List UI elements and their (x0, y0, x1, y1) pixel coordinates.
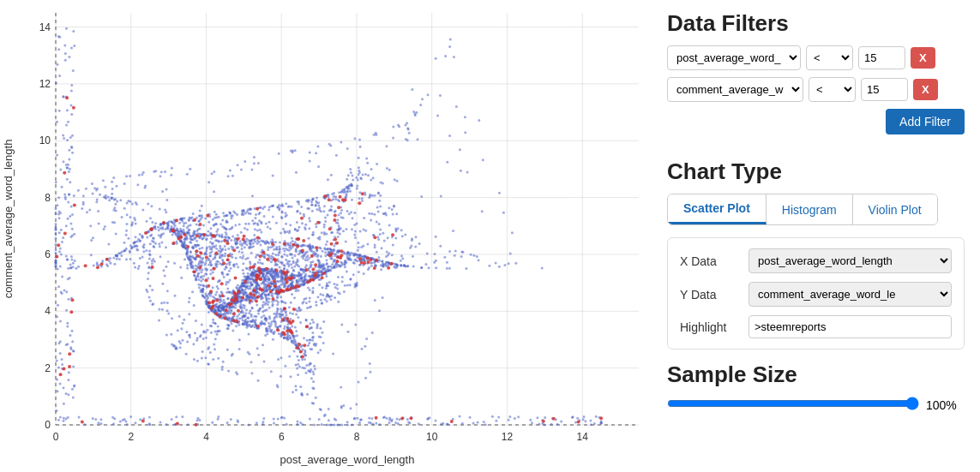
filter-field-select-1[interactable]: post_average_word_ (667, 45, 801, 70)
chart-type-tabs: Scatter Plot Histogram Violin Plot (667, 194, 938, 225)
clearfix: Add Filter (667, 109, 965, 146)
x-data-label: X Data (680, 254, 740, 268)
controls-panel: Data Filters post_average_word_ < > = X … (652, 0, 980, 472)
filter-field-select-2[interactable]: comment_average_w (667, 77, 803, 102)
y-data-row: Y Data comment_average_word_le (680, 282, 952, 307)
data-filters-section: Data Filters post_average_word_ < > = X … (667, 10, 965, 146)
filter-remove-button-1[interactable]: X (911, 47, 935, 69)
sample-size-row: 100% (667, 397, 965, 414)
filter-value-input-1[interactable] (858, 46, 905, 69)
scatter-plot-canvas (0, 0, 652, 472)
highlight-input[interactable] (749, 315, 952, 338)
chart-type-title: Chart Type (667, 158, 965, 185)
filter-row-1: post_average_word_ < > = X (667, 45, 965, 70)
sample-slider-container (667, 397, 919, 414)
data-filters-title: Data Filters (667, 10, 965, 37)
sample-size-title: Sample Size (667, 361, 965, 388)
x-data-select[interactable]: post_average_word_length (749, 248, 952, 273)
add-filter-button[interactable]: Add Filter (886, 109, 965, 134)
filter-op-select-2[interactable]: < > = (809, 77, 856, 102)
sample-size-section: Sample Size 100% (667, 361, 965, 414)
tab-violin-plot[interactable]: Violin Plot (853, 194, 937, 224)
y-data-select[interactable]: comment_average_word_le (749, 282, 952, 307)
highlight-label: Highlight (680, 320, 740, 334)
sample-percent-label: 100% (926, 398, 965, 412)
highlight-row: Highlight (680, 315, 952, 338)
tab-scatter-plot[interactable]: Scatter Plot (668, 194, 767, 224)
chart-type-section: Chart Type Scatter Plot Histogram Violin… (667, 158, 965, 350)
tab-histogram[interactable]: Histogram (767, 194, 853, 224)
sample-size-slider[interactable] (667, 397, 919, 410)
filter-remove-button-2[interactable]: X (913, 79, 938, 100)
x-data-row: X Data post_average_word_length (680, 248, 952, 273)
filter-op-select-1[interactable]: < > = (806, 45, 853, 70)
chart-area (0, 0, 652, 472)
filter-value-input-2[interactable] (861, 78, 908, 101)
y-data-label: Y Data (680, 288, 740, 302)
filter-row-2: comment_average_w < > = X (667, 77, 965, 102)
chart-options-panel: X Data post_average_word_length Y Data c… (667, 237, 965, 350)
